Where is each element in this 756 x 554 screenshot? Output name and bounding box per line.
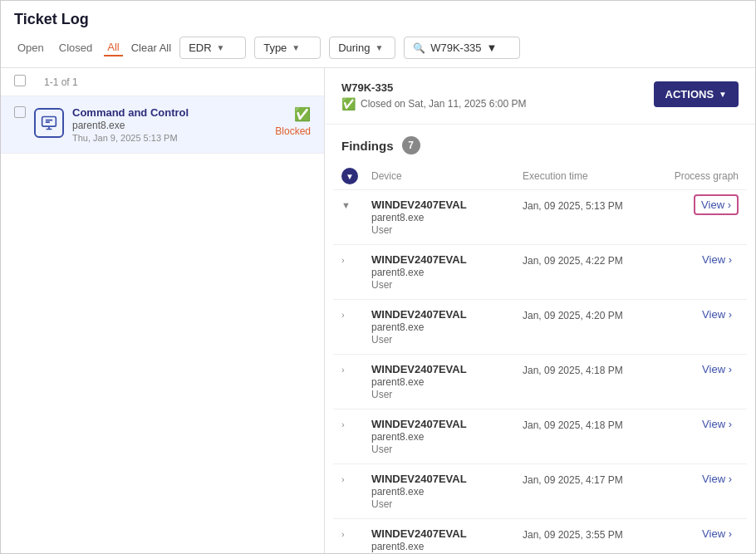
- during-filter-dropdown[interactable]: During ▼: [329, 37, 395, 59]
- device-user-2: User: [371, 279, 523, 291]
- view-link-6[interactable]: View ›: [695, 469, 739, 488]
- ticket-detail-panel: W79K-335 ✅ Closed on Sat, Jan 11, 2025 6…: [325, 68, 755, 553]
- actions-button[interactable]: ACTIONS ▼: [654, 81, 739, 107]
- collapse-all-icon[interactable]: ▼: [341, 168, 358, 184]
- device-user-4: User: [371, 389, 523, 400]
- device-info-5: WINDEV2407EVAL parent8.exe User: [371, 418, 523, 455]
- device-info-1: WINDEV2407EVAL parent8.exe User: [371, 199, 523, 236]
- ticket-blocked-label: Blocked: [275, 125, 311, 137]
- finding-chevron-icon-5: ›: [341, 419, 345, 429]
- findings-title: Findings: [341, 139, 394, 153]
- finding-chevron-icon-2: ›: [341, 255, 345, 265]
- view-btn-6[interactable]: View ›: [655, 473, 739, 485]
- detail-ticket-id: W79K-335: [341, 81, 526, 94]
- type-filter-dropdown[interactable]: Type ▼: [254, 37, 321, 59]
- findings-header: Findings 7: [325, 125, 755, 163]
- exec-time-6: Jan, 09 2025, 4:17 PM: [523, 473, 655, 486]
- finding-chevron-icon-7: ›: [341, 529, 345, 539]
- type-chevron-icon: ▼: [292, 43, 300, 52]
- ticket-checkbox[interactable]: [14, 106, 26, 118]
- findings-table: ▼ Device Execution time Process graph ▼ …: [325, 163, 755, 553]
- view-btn-1[interactable]: View ›: [655, 199, 739, 211]
- device-name-4: WINDEV2407EVAL: [371, 363, 523, 375]
- tab-closed[interactable]: Closed: [56, 40, 96, 56]
- view-link-5[interactable]: View ›: [695, 414, 739, 434]
- device-process-1: parent8.exe: [371, 212, 523, 223]
- ticket-time: Thu, Jan 9, 2025 5:13 PM: [72, 133, 267, 143]
- exec-time-5: Jan, 09 2025, 4:18 PM: [523, 418, 655, 431]
- view-link-7[interactable]: View ›: [695, 524, 739, 543]
- filter-bar: Open Closed All Clear All EDR ▼ Type ▼ D…: [14, 37, 742, 67]
- col-device-header: Device: [371, 170, 523, 182]
- finding-expand-btn-6[interactable]: ›: [341, 473, 371, 484]
- actions-label: ACTIONS: [665, 88, 714, 101]
- device-name-7: WINDEV2407EVAL: [371, 527, 523, 540]
- search-icon: 🔍: [413, 42, 425, 54]
- device-process-6: parent8.exe: [371, 486, 523, 498]
- view-link-1[interactable]: View ›: [694, 194, 739, 215]
- edr-chevron-icon: ▼: [217, 43, 225, 52]
- finding-expand-btn-3[interactable]: ›: [341, 308, 371, 320]
- view-btn-3[interactable]: View ›: [655, 308, 739, 321]
- edr-filter-label: EDR: [189, 42, 211, 54]
- ticket-title: Command and Control: [72, 106, 267, 119]
- view-link-4[interactable]: View ›: [695, 360, 739, 379]
- device-info-3: WINDEV2407EVAL parent8.exe User: [371, 308, 523, 346]
- ticket-info: Command and Control parent8.exe Thu, Jan…: [72, 106, 267, 143]
- detail-header: W79K-335 ✅ Closed on Sat, Jan 11, 2025 6…: [325, 68, 755, 125]
- during-filter-label: During: [338, 42, 370, 54]
- view-link-2[interactable]: View ›: [695, 250, 739, 269]
- detail-closed-label: Closed on Sat, Jan 11, 2025 6:00 PM: [361, 98, 526, 110]
- view-btn-7[interactable]: View ›: [655, 527, 739, 540]
- detail-scroll-area[interactable]: W79K-335 ✅ Closed on Sat, Jan 11, 2025 6…: [325, 68, 755, 553]
- finding-expand-btn-4[interactable]: ›: [341, 363, 371, 375]
- select-all-checkbox[interactable]: [14, 75, 26, 86]
- col-exec-header: Execution time: [523, 170, 655, 182]
- device-process-7: parent8.exe: [371, 541, 523, 552]
- exec-time-2: Jan, 09 2025, 4:22 PM: [523, 253, 655, 267]
- edr-filter-dropdown[interactable]: EDR ▼: [179, 37, 246, 59]
- finding-row-6: › WINDEV2407EVAL parent8.exe User Jan, 0…: [333, 464, 747, 519]
- list-count: 1-1 of 1: [44, 76, 78, 88]
- exec-time-3: Jan, 09 2025, 4:20 PM: [523, 308, 655, 321]
- tab-open[interactable]: Open: [14, 40, 47, 56]
- finding-expand-btn-1[interactable]: ▼: [341, 199, 371, 210]
- device-info-6: WINDEV2407EVAL parent8.exe User: [371, 473, 523, 510]
- finding-row-5: › WINDEV2407EVAL parent8.exe User Jan, 0…: [333, 409, 747, 464]
- ticket-process: parent8.exe: [72, 120, 267, 131]
- device-info-4: WINDEV2407EVAL parent8.exe User: [371, 363, 523, 400]
- ticket-item[interactable]: Command and Control parent8.exe Thu, Jan…: [1, 96, 324, 154]
- finding-expand-btn-2[interactable]: ›: [341, 253, 371, 265]
- device-process-5: parent8.exe: [371, 431, 523, 443]
- finding-row-7: › WINDEV2407EVAL parent8.exe User Jan, 0…: [333, 519, 747, 553]
- finding-chevron-icon-6: ›: [341, 474, 345, 484]
- clear-all-button[interactable]: Clear All: [131, 42, 171, 54]
- search-value: W79K-335: [430, 42, 481, 54]
- view-btn-5[interactable]: View ›: [655, 418, 739, 430]
- device-name-5: WINDEV2407EVAL: [371, 418, 523, 430]
- view-btn-2[interactable]: View ›: [655, 253, 739, 266]
- finding-expand-btn-7[interactable]: ›: [341, 527, 371, 539]
- finding-expand-btn-5[interactable]: ›: [341, 418, 371, 429]
- finding-chevron-icon-4: ›: [341, 365, 345, 375]
- page-title: Ticket Log: [14, 11, 742, 28]
- ticket-status: ✅ Blocked: [275, 106, 311, 137]
- device-info-2: WINDEV2407EVAL parent8.exe User: [371, 253, 523, 291]
- finding-row: ▼ WINDEV2407EVAL parent8.exe User Jan, 0…: [333, 190, 747, 245]
- device-user-5: User: [371, 444, 523, 455]
- ticket-list-panel: 1-1 of 1 Command and Control parent8.exe…: [1, 68, 325, 553]
- device-name-2: WINDEV2407EVAL: [371, 253, 523, 266]
- device-process-4: parent8.exe: [371, 376, 523, 388]
- findings-count-badge: 7: [402, 136, 420, 154]
- view-link-3[interactable]: View ›: [695, 305, 739, 324]
- finding-row-3: › WINDEV2407EVAL parent8.exe User Jan, 0…: [333, 300, 747, 355]
- actions-arrow-icon: ▼: [719, 90, 727, 99]
- device-name-3: WINDEV2407EVAL: [371, 308, 523, 321]
- search-box[interactable]: 🔍 W79K-335 ▼: [404, 37, 520, 59]
- view-btn-4[interactable]: View ›: [655, 363, 739, 375]
- ticket-type-icon: [34, 108, 64, 138]
- closed-check-icon: ✅: [341, 97, 356, 110]
- main-content: 1-1 of 1 Command and Control parent8.exe…: [1, 68, 755, 553]
- tab-all[interactable]: All: [104, 39, 122, 56]
- search-chevron-icon: ▼: [487, 42, 498, 54]
